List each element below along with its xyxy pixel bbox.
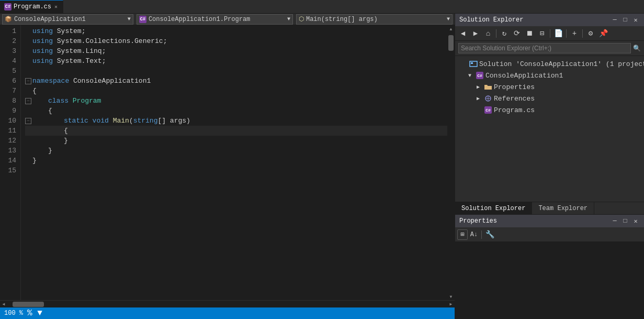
- token-2-0: using: [32, 36, 57, 46]
- line-number-3: 3: [0, 46, 16, 56]
- method-arrow: ▼: [447, 16, 450, 22]
- line-number-13: 13: [0, 146, 16, 156]
- code-line-8: −class Program: [25, 96, 447, 106]
- solution-explorer-tab[interactable]: Solution Explorer: [455, 202, 532, 214]
- tree-label-props: Properties: [494, 83, 535, 91]
- token-10-3: (: [129, 116, 133, 126]
- close-panel-button[interactable]: ✕: [631, 16, 640, 24]
- scroll-right-btn[interactable]: ▶: [447, 301, 455, 308]
- tree-item-props[interactable]: ▶Properties: [455, 81, 644, 93]
- token-1-1: System: [57, 26, 82, 36]
- token-2-2: ;: [163, 36, 167, 46]
- add-button[interactable]: +: [569, 28, 580, 39]
- home-button[interactable]: ⌂: [482, 28, 494, 39]
- props-title-icons: ─ □ ✕: [611, 217, 640, 225]
- hscroll-track[interactable]: [7, 301, 447, 307]
- back-button[interactable]: ◀: [457, 28, 469, 39]
- tree-expand-project[interactable]: ▼: [466, 71, 474, 80]
- search-input[interactable]: [458, 43, 631, 53]
- method-value: Main(string[] args): [306, 16, 378, 23]
- forward-button[interactable]: ▶: [470, 28, 481, 39]
- stop-button[interactable]: ⏹: [524, 28, 535, 39]
- class-dropdown[interactable]: C# ConsoleApplication1.Program ▼: [137, 14, 293, 25]
- collapse-icon-10[interactable]: −: [25, 118, 31, 124]
- tab-bar: C# Program.cs ✕: [0, 0, 644, 14]
- tab-program-cs[interactable]: C# Program.cs ✕: [0, 0, 63, 13]
- props-close-button[interactable]: ✕: [631, 217, 640, 225]
- code-line-9: {: [25, 106, 447, 116]
- maximize-button[interactable]: □: [621, 16, 629, 24]
- tree-item-refs[interactable]: ▶References: [455, 93, 644, 104]
- collapse-all-button[interactable]: ⊟: [536, 28, 548, 39]
- svg-rect-1: [471, 62, 473, 64]
- token-1-0: using: [32, 26, 57, 36]
- refresh-button[interactable]: ⟳: [511, 28, 523, 39]
- pin-button[interactable]: ─: [611, 16, 619, 24]
- hscroll-bar[interactable]: ◀ ▶: [0, 300, 455, 307]
- class-icon: C#: [139, 16, 146, 23]
- namespace-value: ConsoleApplication1: [14, 16, 86, 23]
- tree-label-refs: References: [494, 95, 535, 103]
- token-8-0: class: [48, 96, 73, 106]
- token-4-1: System.Text: [57, 56, 102, 66]
- solution-explorer-titlebar: Solution Explorer ─ □ ✕: [455, 14, 644, 26]
- token-3-1: System.Linq: [57, 46, 102, 56]
- properties-toolbar-button[interactable]: ⚙: [585, 28, 596, 39]
- sync-button[interactable]: ↻: [499, 28, 510, 39]
- token-10-2: Main: [113, 116, 129, 126]
- solution-explorer-toolbar: ◀ ▶ ⌂ ↻ ⟳ ⏹ ⊟ 📄 + ⚙ 📌: [455, 26, 644, 41]
- pin-toolbar-button[interactable]: 📌: [597, 28, 609, 39]
- namespace-dropdown[interactable]: 📦 ConsoleApplication1 ▼: [2, 14, 133, 25]
- props-sep: [481, 230, 482, 239]
- token-3-0: using: [32, 46, 57, 56]
- props-alphabetical-btn[interactable]: A↓: [469, 229, 479, 240]
- props-categorized-btn[interactable]: ⊞: [457, 229, 468, 240]
- code-line-5: [25, 66, 447, 76]
- collapse-icon-6[interactable]: −: [25, 78, 31, 84]
- token-11-0: {: [64, 126, 68, 136]
- token-8-1: Program: [73, 96, 101, 106]
- editor-vscroll[interactable]: ▲ ▼: [447, 25, 455, 300]
- tree-icon-props: [484, 83, 492, 91]
- properties-title: Properties: [459, 217, 497, 225]
- scroll-up-arrow[interactable]: ▲: [447, 25, 455, 32]
- scroll-down-arrow[interactable]: ▼: [447, 293, 455, 300]
- tree-icon-program: C#: [484, 106, 492, 114]
- tree-item-program[interactable]: C#Program.cs: [455, 104, 644, 116]
- tree-expand-refs[interactable]: ▶: [474, 94, 482, 103]
- token-10-0: static: [64, 116, 93, 126]
- hscroll-thumb[interactable]: [13, 302, 44, 307]
- props-pin-button[interactable]: ─: [611, 217, 619, 225]
- properties-content: [455, 242, 644, 319]
- solution-explorer-title: Solution Explorer: [459, 16, 523, 24]
- token-3-2: ;: [102, 46, 106, 56]
- tree-expand-props[interactable]: ▶: [474, 83, 482, 91]
- zoom-dropdown[interactable]: % ▼: [27, 309, 42, 318]
- line-number-15: 15: [0, 166, 16, 175]
- tree-item-solution[interactable]: Solution 'ConsoleApplication1' (1 projec…: [455, 58, 644, 70]
- toolbar-separator-1: [496, 29, 496, 38]
- scroll-left-btn[interactable]: ◀: [0, 301, 7, 308]
- show-all-files-button[interactable]: 📄: [552, 28, 564, 39]
- props-maximize-button[interactable]: □: [621, 217, 629, 225]
- token-14-0: }: [32, 156, 37, 166]
- line-number-10: 10: [0, 116, 16, 126]
- right-panel: Solution Explorer ─ □ ✕ ◀ ▶ ⌂ ↻ ⟳ ⏹: [455, 14, 644, 319]
- tree-expand-solution[interactable]: [459, 60, 468, 68]
- method-dropdown[interactable]: ⬡ Main(string[] args) ▼: [296, 14, 453, 25]
- scroll-track[interactable]: [447, 32, 455, 293]
- tree-item-project[interactable]: ▼C#ConsoleApplication1: [455, 70, 644, 81]
- class-arrow: ▼: [287, 16, 290, 22]
- token-6-1: ConsoleApplication1: [73, 76, 151, 86]
- line-number-11: 11: [0, 126, 16, 136]
- props-wrench-btn[interactable]: 🔧: [484, 229, 495, 240]
- toolbar-separator-2: [550, 29, 550, 38]
- team-explorer-tab[interactable]: Team Explorer: [532, 202, 594, 214]
- tree-expand-program[interactable]: [474, 106, 482, 114]
- tab-close-button[interactable]: ✕: [53, 3, 59, 10]
- scroll-thumb[interactable]: [448, 35, 454, 51]
- collapse-icon-8[interactable]: −: [25, 98, 31, 104]
- nav-dropdown-bar: 📦 ConsoleApplication1 ▼ C# ConsoleApplic…: [0, 14, 455, 25]
- code-editor[interactable]: using System;using System.Collections.Ge…: [21, 25, 447, 300]
- search-icon[interactable]: 🔍: [633, 45, 641, 52]
